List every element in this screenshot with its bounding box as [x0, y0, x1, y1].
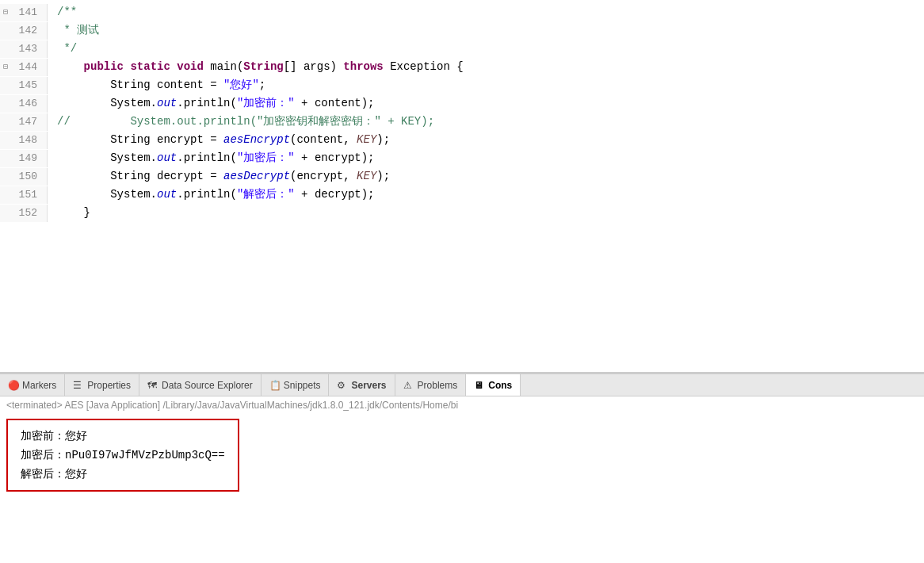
output-line: 加密前：您好: [21, 427, 225, 446]
line-code-content: public static void main(String[] args) t…: [48, 58, 464, 75]
line-number: 151: [0, 186, 48, 204]
output-line: 解密后：您好: [21, 465, 225, 484]
tab-item-problems[interactable]: ⚠Problems: [395, 374, 467, 396]
tab-item-properties[interactable]: ☰Properties: [65, 374, 139, 396]
line-code-content: * 测试: [48, 21, 99, 39]
line-number: ⊟141: [0, 4, 48, 21]
tab-icon: ⚙: [337, 380, 348, 391]
tab-item-snippets[interactable]: 📋Snippets: [262, 374, 330, 396]
tab-label: Snippets: [284, 380, 321, 391]
line-number: 145: [0, 77, 48, 94]
line-code-content: }: [48, 204, 90, 221]
line-code-content: System.out.println("解密后：" + decrypt);: [48, 186, 375, 203]
collapse-icon[interactable]: ⊟: [3, 59, 8, 76]
line-number: 149: [0, 150, 48, 167]
tab-item-markers[interactable]: 🔴Markers: [0, 374, 65, 396]
tab-icon: 🗺: [147, 380, 158, 391]
line-number: 147: [0, 113, 48, 131]
code-line: 147// System.out.println("加密密钥和解密密钥：" + …: [0, 113, 924, 131]
console-output: <terminated> AES [Java Application] /Lib…: [0, 396, 924, 563]
tab-item-servers[interactable]: ⚙Servers: [329, 374, 395, 396]
tab-icon: ⚠: [403, 380, 414, 391]
line-code-content: String encrypt = aesEncrypt(content, KEY…: [48, 131, 390, 148]
tab-icon: ☰: [73, 380, 84, 391]
tab-item-data-source-explorer[interactable]: 🗺Data Source Explorer: [139, 374, 262, 396]
tab-label: Properties: [87, 380, 131, 391]
line-code-content: String decrypt = aesDecrypt(encrypt, KEY…: [48, 167, 390, 185]
code-line: 148 String encrypt = aesEncrypt(content,…: [0, 131, 924, 149]
tab-label: Cons: [488, 380, 512, 391]
line-number: 146: [0, 95, 48, 113]
code-line: ⊟144 public static void main(String[] ar…: [0, 58, 924, 76]
line-code-content: /**: [48, 3, 77, 21]
code-line: 152 }: [0, 204, 924, 222]
line-code-content: System.out.println("加密前：" + content);: [48, 94, 375, 112]
tabs-bar: 🔴Markers☰Properties🗺Data Source Explorer…: [0, 374, 924, 396]
bottom-panel: 🔴Markers☰Properties🗺Data Source Explorer…: [0, 373, 924, 563]
code-line: 145 String content = "您好";: [0, 76, 924, 94]
line-code-content: */: [48, 40, 77, 57]
line-code-content: // System.out.println("加密密钥和解密密钥：" + KEY…: [48, 113, 434, 130]
line-number: ⊟144: [0, 59, 48, 76]
line-number: 150: [0, 168, 48, 186]
tab-label: Servers: [351, 380, 386, 391]
code-line: 149 System.out.println("加密后：" + encrypt)…: [0, 149, 924, 167]
code-line: 142 * 测试: [0, 21, 924, 40]
tab-icon: 🔴: [8, 380, 19, 391]
output-box: 加密前：您好加密后：nPu0I97wJfMVzPzbUmp3cQ==解密后：您好: [6, 419, 239, 492]
output-line: 加密后：nPu0I97wJfMVzPzbUmp3cQ==: [21, 446, 225, 465]
code-line: 146 System.out.println("加密前：" + content)…: [0, 94, 924, 113]
line-number: 142: [0, 22, 48, 40]
tab-icon: 🖥: [474, 380, 485, 391]
terminated-line: <terminated> AES [Java Application] /Lib…: [6, 400, 918, 411]
code-line: 143 */: [0, 40, 924, 58]
tab-icon: 📋: [269, 380, 281, 391]
line-number: 143: [0, 40, 48, 58]
line-number: 152: [0, 205, 48, 222]
code-line: 150 String decrypt = aesDecrypt(encrypt,…: [0, 167, 924, 186]
code-editor: ⊟141/**142 * 测试143 */⊟144 public static …: [0, 0, 924, 373]
tab-label: Data Source Explorer: [162, 380, 253, 391]
tab-label: Problems: [418, 380, 458, 391]
collapse-icon[interactable]: ⊟: [3, 4, 8, 21]
line-number: 148: [0, 132, 48, 149]
code-content: ⊟141/**142 * 测试143 */⊟144 public static …: [0, 0, 924, 372]
line-code-content: System.out.println("加密后：" + encrypt);: [48, 149, 375, 167]
line-code-content: String content = "您好";: [48, 76, 265, 94]
tab-label: Markers: [22, 380, 56, 391]
tab-item-cons[interactable]: 🖥Cons: [466, 374, 521, 396]
code-line: ⊟141/**: [0, 3, 924, 21]
code-line: 151 System.out.println("解密后：" + decrypt)…: [0, 186, 924, 204]
